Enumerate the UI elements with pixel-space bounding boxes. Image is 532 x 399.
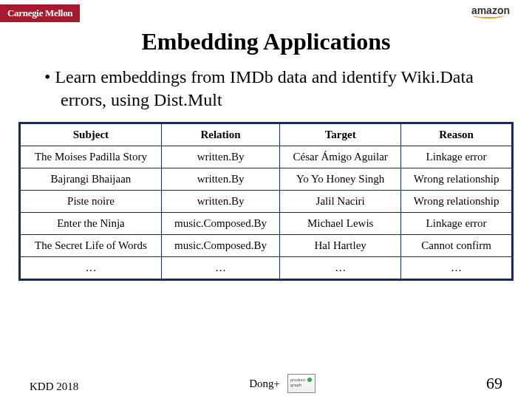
amazon-logo: amazon	[471, 4, 510, 16]
table-cell: Hal Hartley	[280, 235, 401, 257]
table-cell: Wrong relationship	[401, 191, 513, 213]
table-cell: written.By	[161, 146, 279, 168]
table-cell: written.By	[161, 168, 279, 191]
footer-author: Dong+	[249, 378, 280, 390]
table-cell: written.By	[161, 191, 279, 213]
table-cell: Linkage error	[401, 146, 513, 168]
table-cell: …	[161, 257, 279, 280]
table-row: …………	[20, 257, 513, 280]
slide-title: Embedding Applications	[0, 28, 532, 55]
table-row: The Moises Padilla Storywritten.ByCésar …	[20, 146, 513, 168]
table-cell: Michael Lewis	[280, 213, 401, 235]
cmu-logo: Carnegie Mellon	[0, 4, 80, 22]
table-cell: The Secret Life of Words	[20, 235, 162, 257]
table-cell: music.Composed.By	[161, 235, 279, 257]
bullet-text: Learn embeddings from IMDb data and iden…	[44, 66, 502, 112]
table-cell: The Moises Padilla Story	[20, 146, 162, 168]
page-number: 69	[486, 374, 502, 393]
results-table: Subject Relation Target Reason The Moise…	[18, 122, 514, 281]
table-row: Bajrangi Bhaijaanwritten.ByYo Yo Honey S…	[20, 168, 513, 191]
col-subject: Subject	[20, 123, 162, 146]
col-relation: Relation	[161, 123, 279, 146]
table-cell: …	[280, 257, 401, 280]
table-cell: …	[20, 257, 162, 280]
table-cell: music.Composed.By	[161, 213, 279, 235]
table-cell: …	[401, 257, 513, 280]
table-row: Piste noirewritten.ByJalil NaciriWrong r…	[20, 191, 513, 213]
table-cell: Yo Yo Honey Singh	[280, 168, 401, 191]
table-cell: Enter the Ninja	[20, 213, 162, 235]
table-cell: Wrong relationship	[401, 168, 513, 191]
table-cell: Linkage error	[401, 213, 513, 235]
table-cell: Piste noire	[20, 191, 162, 213]
table-row: The Secret Life of Wordsmusic.Composed.B…	[20, 235, 513, 257]
table-cell: César Ámigo Aguilar	[280, 146, 401, 168]
col-target: Target	[280, 123, 401, 146]
table-row: Enter the Ninjamusic.Composed.ByMichael …	[20, 213, 513, 235]
table-cell: Jalil Naciri	[280, 191, 401, 213]
col-reason: Reason	[401, 123, 513, 146]
product-graph-icon	[287, 374, 316, 393]
table-cell: Cannot confirm	[401, 235, 513, 257]
table-cell: Bajrangi Bhaijaan	[20, 168, 162, 191]
footer-conference: KDD 2018	[30, 381, 78, 393]
